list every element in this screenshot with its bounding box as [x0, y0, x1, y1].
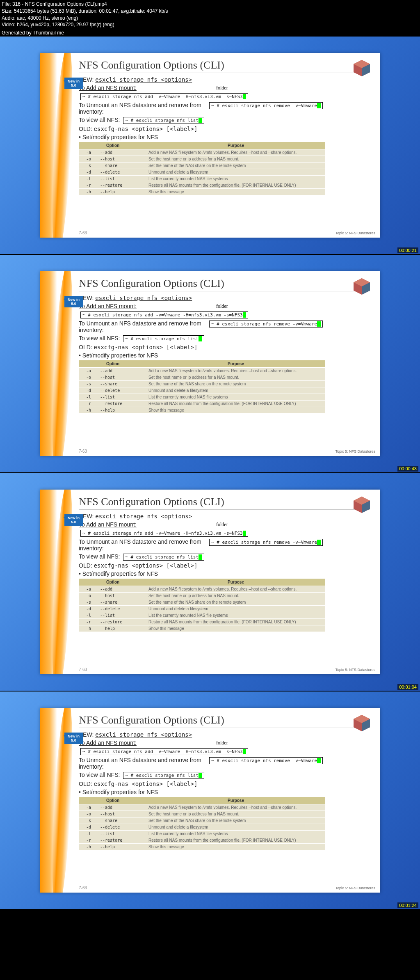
- add-command: ~ # esxcli storage nfs add -v=Vmware -H=…: [80, 748, 248, 755]
- table-row: -d--deleteUnmount and delete a filesyste…: [79, 169, 325, 176]
- table-row: -o--host Set the host name or ip address…: [79, 811, 325, 817]
- table-row: -d--deleteUnmount and delete a filesyste…: [79, 606, 325, 612]
- old-row: OLD: esxcfg-nas <options> [<label>]: [79, 126, 370, 132]
- new-row: NEW: esxcli storage nfs <options>: [79, 76, 370, 83]
- thumbnail: New in5.0 NFS Configuration Options (CLI…: [0, 473, 420, 691]
- props-row: • Set/modify properties for NFS: [79, 789, 370, 795]
- timestamp: 00:01:04: [397, 684, 418, 690]
- slide: New in5.0 NFS Configuration Options (CLI…: [40, 708, 380, 893]
- slide-title: NFS Configuration Options (CLI): [79, 714, 370, 728]
- options-table: OptionPurpose -a--addAdd a new NAS files…: [79, 142, 325, 195]
- cube-logo-icon: [352, 59, 372, 78]
- table-row: -s--share Set the name of the NAS share …: [79, 599, 325, 606]
- old-row: OLD: esxcfg-nas <options> [<label>]: [79, 781, 370, 787]
- props-row: • Set/modify properties for NFS: [79, 134, 370, 140]
- table-row: -r--restoreRestore all NAS mounts from t…: [79, 837, 325, 844]
- view-row: To view all NFS: ~ # esxcli storage nfs …: [79, 772, 370, 779]
- table-row: -a--addAdd a new NAS filesystem to /vmfs…: [79, 149, 325, 156]
- old-row: OLD: esxcfg-nas <options> [<label>]: [79, 562, 370, 569]
- unmount-row: To Unmount an NFS datastore and remove f…: [79, 102, 370, 115]
- table-row: -d--deleteUnmount and delete a filesyste…: [79, 824, 325, 831]
- table-row: -h--helpShow this message: [79, 189, 325, 195]
- add-command: ~ # esxcli storage nfs add -v=Vmware -H=…: [80, 311, 248, 318]
- list-command: ~ # esxcli storage nfs list: [123, 117, 204, 124]
- table-row: -h--helpShow this message: [79, 625, 325, 632]
- table-row: -r--restoreRestore all NAS mounts from t…: [79, 401, 325, 407]
- table-row: -l--listList the currently mounted NAS f…: [79, 176, 325, 182]
- new-badge: New in5.0: [64, 296, 83, 307]
- old-row: OLD: esxcfg-nas <options> [<label>]: [79, 344, 370, 350]
- handwriting-folder: folder: [216, 740, 228, 746]
- list-command: ~ # esxcli storage nfs list: [123, 554, 204, 561]
- table-row: -d--deleteUnmount and delete a filesyste…: [79, 387, 325, 394]
- add-command: ~ # esxcli storage nfs add -v=Vmware -H=…: [80, 93, 248, 100]
- topic-footer: Topic 5: NFS Datastores: [335, 668, 375, 672]
- view-row: To view all NFS: ~ # esxcli storage nfs …: [79, 117, 370, 124]
- options-table: OptionPurpose -a--addAdd a new NAS files…: [79, 797, 325, 850]
- table-row: -o--host Set the host name or ip address…: [79, 156, 325, 163]
- cube-logo-icon: [352, 496, 372, 514]
- page-number: 7-63: [79, 231, 87, 235]
- remove-command: ~ # esxcli storage nfs remove -v=Vmware: [209, 321, 323, 327]
- topic-footer: Topic 5: NFS Datastores: [335, 886, 375, 890]
- slide: New in5.0 NFS Configuration Options (CLI…: [40, 490, 380, 674]
- topic-footer: Topic 5: NFS Datastores: [335, 449, 375, 453]
- slide: New in5.0 NFS Configuration Options (CLI…: [40, 271, 380, 456]
- options-table: OptionPurpose -a--addAdd a new NAS files…: [79, 579, 325, 632]
- handwriting-folder: folder: [216, 303, 228, 309]
- props-row: • Set/modify properties for NFS: [79, 352, 370, 359]
- timestamp: 00:00:43: [397, 466, 418, 472]
- table-row: -a--addAdd a new NAS filesystem to /vmfs…: [79, 586, 325, 593]
- handwriting-folder: folder: [216, 85, 228, 91]
- table-row: -s--share Set the name of the NAS share …: [79, 163, 325, 169]
- table-row: -s--share Set the name of the NAS share …: [79, 381, 325, 387]
- list-command: ~ # esxcli storage nfs list: [123, 335, 204, 342]
- handwriting-folder: folder: [216, 522, 228, 528]
- add-command: ~ # esxcli storage nfs add -v=Vmware -H=…: [80, 530, 248, 537]
- unmount-row: To Unmount an NFS datastore and remove f…: [79, 757, 370, 770]
- view-row: To view all NFS: ~ # esxcli storage nfs …: [79, 553, 370, 561]
- new-badge: New in5.0: [64, 514, 83, 526]
- page-number: 7-63: [79, 886, 87, 890]
- slide: New in5.0 NFS Configuration Options (CLI…: [40, 53, 380, 238]
- table-row: -h--helpShow this message: [79, 407, 325, 414]
- cube-logo-icon: [352, 277, 372, 296]
- table-row: -r--restoreRestore all NAS mounts from t…: [79, 619, 325, 625]
- remove-command: ~ # esxcli storage nfs remove -v=Vmware: [209, 757, 323, 764]
- options-table: OptionPurpose -a--addAdd a new NAS files…: [79, 360, 325, 414]
- table-row: -a--addAdd a new NAS filesystem to /vmfs…: [79, 804, 325, 811]
- unmount-row: To Unmount an NFS datastore and remove f…: [79, 320, 370, 333]
- slide-title: NFS Configuration Options (CLI): [79, 277, 370, 291]
- table-row: -s--share Set the name of the NAS share …: [79, 817, 325, 824]
- page-number: 7-63: [79, 449, 87, 453]
- view-row: To view all NFS: ~ # esxcli storage nfs …: [79, 335, 370, 342]
- table-row: -a--addAdd a new NAS filesystem to /vmfs…: [79, 368, 325, 374]
- thumbnail: New in5.0 NFS Configuration Options (CLI…: [0, 255, 420, 472]
- new-row: NEW: esxcli storage nfs <options>: [79, 731, 370, 738]
- new-row: NEW: esxcli storage nfs <options>: [79, 513, 370, 520]
- table-row: -o--host Set the host name or ip address…: [79, 374, 325, 381]
- table-row: -l--listList the currently mounted NAS f…: [79, 612, 325, 619]
- table-row: -l--listList the currently mounted NAS f…: [79, 831, 325, 837]
- table-row: -h--helpShow this message: [79, 844, 325, 850]
- remove-command: ~ # esxcli storage nfs remove -v=Vmware: [209, 539, 323, 546]
- list-command: ~ # esxcli storage nfs list: [123, 772, 204, 779]
- cube-logo-icon: [352, 714, 372, 733]
- props-row: • Set/modify properties for NFS: [79, 570, 370, 577]
- topic-footer: Topic 5: NFS Datastores: [335, 231, 375, 235]
- page-number: 7-63: [79, 667, 87, 672]
- remove-command: ~ # esxcli storage nfs remove -v=Vmware: [209, 102, 323, 109]
- timestamp: 00:00:21: [397, 247, 418, 253]
- file-info: File: 316 - NFS Configuration Options (C…: [0, 0, 420, 29]
- unmount-row: To Unmount an NFS datastore and remove f…: [79, 538, 370, 552]
- slide-title: NFS Configuration Options (CLI): [79, 59, 370, 73]
- new-row: NEW: esxcli storage nfs <options>: [79, 295, 370, 301]
- new-badge: New in5.0: [64, 733, 83, 744]
- generator: Generated by Thumbnail me: [0, 29, 420, 37]
- slide-title: NFS Configuration Options (CLI): [79, 496, 370, 510]
- table-row: -l--listList the currently mounted NAS f…: [79, 394, 325, 401]
- thumbnail: New in5.0 NFS Configuration Options (CLI…: [0, 691, 420, 909]
- new-badge: New in5.0: [64, 78, 83, 89]
- table-row: -r--restoreRestore all NAS mounts from t…: [79, 182, 325, 189]
- timestamp: 00:01:24: [397, 902, 418, 908]
